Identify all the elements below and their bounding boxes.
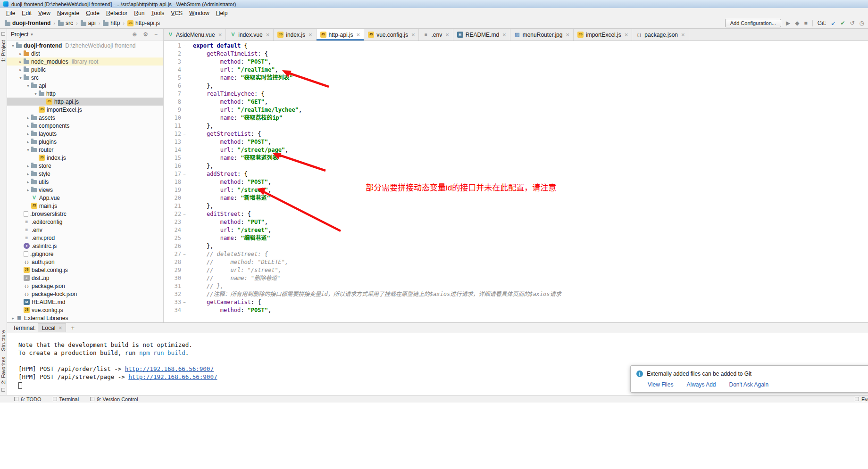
gutter-line[interactable]: 33− xyxy=(164,298,188,306)
gutter-line[interactable]: 3 xyxy=(164,58,188,66)
tab-AsideMenu.vue[interactable]: VAsideMenu.vue× xyxy=(164,29,226,41)
gutter-line[interactable]: 18 xyxy=(164,178,188,186)
tree-item[interactable]: ▾api xyxy=(7,82,163,90)
code-line[interactable]: method: "POST", xyxy=(193,138,868,146)
status-item-6-todo[interactable]: 6: TODO xyxy=(14,396,42,402)
gutter-line[interactable]: 19 xyxy=(164,186,188,194)
code-line[interactable]: name: "编辑巷道" xyxy=(193,234,868,242)
menu-code[interactable]: Code xyxy=(83,9,103,17)
fold-icon[interactable]: − xyxy=(181,50,188,58)
tab-index.vue[interactable]: Vindex.vue× xyxy=(226,29,274,41)
git-history-icon[interactable]: ◷ xyxy=(860,20,864,26)
chevron-collapsed-icon[interactable]: ▸ xyxy=(10,316,16,321)
chevron-expanded-icon[interactable]: ▾ xyxy=(33,91,39,96)
tab-menuRouter.jpg[interactable]: ▨menuRouter.jpg× xyxy=(510,29,574,41)
gutter-line[interactable]: 27− xyxy=(164,250,188,258)
breadcrumb-item[interactable]: http xyxy=(102,19,121,27)
gutter-line[interactable]: 30 xyxy=(164,274,188,282)
tree-item[interactable]: JShttp-api.js xyxy=(7,98,163,106)
gutter-line[interactable]: 17− xyxy=(164,170,188,178)
gutter-line[interactable]: 2− xyxy=(164,50,188,58)
tree-item[interactable]: ▸assets xyxy=(7,114,163,122)
chevron-collapsed-icon[interactable]: ▸ xyxy=(17,51,24,56)
tree-item[interactable]: JSindex.js xyxy=(7,154,163,162)
chevron-collapsed-icon[interactable]: ▸ xyxy=(25,132,31,136)
close-icon[interactable]: × xyxy=(445,31,449,38)
tree-item[interactable]: { }package.json xyxy=(7,282,163,290)
terminal-tab-local[interactable]: Local × xyxy=(38,323,67,332)
chevron-down-icon[interactable]: ▾ xyxy=(31,32,33,37)
tab-.env[interactable]: ≡.env× xyxy=(419,29,453,41)
gutter-line[interactable]: 14 xyxy=(164,146,188,154)
gutter-line[interactable]: 24 xyxy=(164,226,188,234)
close-icon[interactable]: × xyxy=(58,325,62,331)
tree-item[interactable]: ▸layouts xyxy=(7,130,163,138)
tab-index.js[interactable]: JSindex.js× xyxy=(274,29,316,41)
gutter-line[interactable]: 10 xyxy=(164,114,188,122)
code-line[interactable]: name: "获取荔枝的ip" xyxy=(193,114,868,122)
git-revert-icon[interactable]: ↺ xyxy=(850,20,854,26)
gutter-line[interactable]: 1− xyxy=(164,42,188,50)
code-line[interactable]: name: "获取巷道列表" xyxy=(193,154,868,162)
close-icon[interactable]: × xyxy=(502,31,506,38)
tab-http-api.js[interactable]: JShttp-api.js× xyxy=(317,29,365,41)
tab-README.md[interactable]: MREADME.md× xyxy=(453,29,510,41)
chevron-expanded-icon[interactable]: ▾ xyxy=(17,75,24,80)
close-icon[interactable]: × xyxy=(566,31,569,38)
status-item-9-version-control[interactable]: 9: Version Control xyxy=(90,396,138,402)
menu-refactor[interactable]: Refactor xyxy=(103,9,131,17)
tree-item[interactable]: JSimportExcel.js xyxy=(7,106,163,114)
menu-window[interactable]: Window xyxy=(186,9,213,17)
code-line[interactable]: getRealTimeList: { xyxy=(193,50,868,58)
chevron-collapsed-icon[interactable]: ▸ xyxy=(25,115,31,120)
fold-icon[interactable]: − xyxy=(181,250,188,258)
tree-item[interactable]: Zdist.zip xyxy=(7,274,163,282)
tree-item[interactable]: ≡.env.prod xyxy=(7,234,163,242)
run-icon[interactable]: ▶ xyxy=(786,20,790,26)
code-line[interactable]: url: "/realTime", xyxy=(193,66,868,74)
code-line[interactable]: }, xyxy=(193,202,868,210)
close-icon[interactable]: × xyxy=(218,31,222,38)
code-area[interactable]: export default { getRealTimeList: { meth… xyxy=(188,41,868,322)
code-line[interactable]: method: "GET", xyxy=(193,98,868,106)
menu-help[interactable]: Help xyxy=(213,9,231,17)
gutter-line[interactable]: 26 xyxy=(164,242,188,250)
tree-item[interactable]: ▸plugins xyxy=(7,138,163,146)
debug-icon[interactable]: ◆ xyxy=(795,20,799,26)
tree-item[interactable]: { }package-lock.json xyxy=(7,290,163,298)
tree-item[interactable]: VApp.vue xyxy=(7,194,163,202)
tree-item[interactable]: ▸dist xyxy=(7,49,163,58)
tree-item[interactable]: e.eslintrc.js xyxy=(7,242,163,250)
gutter-line[interactable]: 29 xyxy=(164,266,188,274)
tree-item[interactable]: ≡.env xyxy=(7,226,163,234)
fold-icon[interactable]: − xyxy=(181,42,188,50)
code-line[interactable]: //注释：所有用到删除的接口都需要拼接变量id，所以请求方式采用了挂载在原型链上… xyxy=(193,290,868,298)
gutter-line[interactable]: 28 xyxy=(164,258,188,266)
gutter-line[interactable]: 5 xyxy=(164,74,188,82)
menu-view[interactable]: View xyxy=(35,9,54,17)
tree-item[interactable]: ▸style xyxy=(7,170,163,178)
locate-file-icon[interactable]: ⊕ xyxy=(130,31,139,38)
stop-icon[interactable]: ■ xyxy=(804,20,807,26)
tree-item[interactable]: JSvue.config.js xyxy=(7,306,163,314)
breadcrumb-item[interactable]: JShttp-api.js xyxy=(126,19,161,27)
tool-window-button-favorites[interactable]: 2: Favorites xyxy=(0,357,6,384)
code-line[interactable]: name: "新增巷道" xyxy=(193,194,868,202)
tool-window-button-project[interactable]: 1: Project xyxy=(0,40,6,62)
tree-item[interactable]: ▸components xyxy=(7,122,163,130)
gutter-line[interactable]: 11 xyxy=(164,122,188,130)
code-line[interactable]: method: "POST", xyxy=(193,306,868,314)
code-line[interactable]: // url: "/street", xyxy=(193,266,868,274)
tree-item[interactable]: { }auth.json xyxy=(7,258,163,266)
new-terminal-icon[interactable]: + xyxy=(68,324,77,331)
gutter-line[interactable]: 6 xyxy=(164,82,188,90)
code-line[interactable]: export default { xyxy=(193,42,868,50)
fold-icon[interactable]: − xyxy=(181,170,188,178)
notification-action[interactable]: Always Add xyxy=(686,381,716,388)
code-line[interactable]: // deleteStreet: { xyxy=(193,250,868,258)
code-line[interactable]: url: "/street", xyxy=(193,226,868,234)
breadcrumb-item[interactable]: src xyxy=(57,19,74,27)
gutter-line[interactable]: 34 xyxy=(164,306,188,314)
gutter-line[interactable]: 8 xyxy=(164,98,188,106)
chevron-collapsed-icon[interactable]: ▸ xyxy=(25,123,31,128)
